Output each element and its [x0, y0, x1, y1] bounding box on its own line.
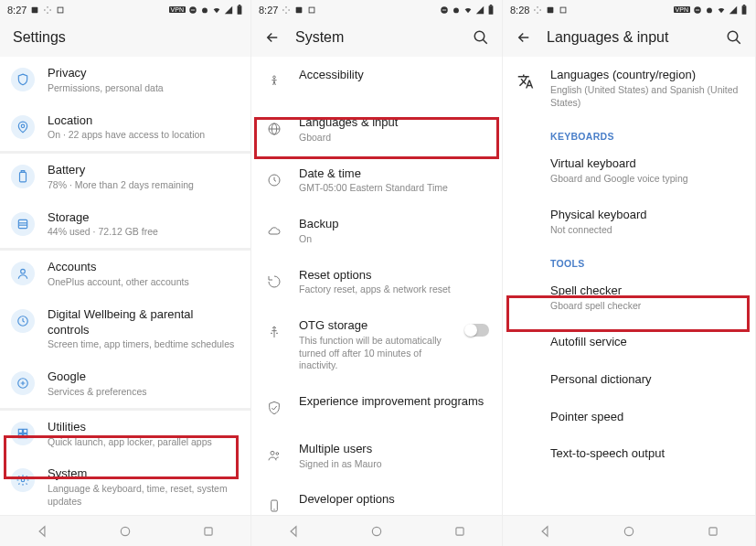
battery-icon [487, 5, 495, 16]
search-icon[interactable] [726, 29, 742, 46]
clock-icon [262, 168, 286, 192]
sync-icon [533, 5, 542, 15]
alarm-icon [200, 5, 209, 15]
languages-list[interactable]: Languages (country/region)English (Unite… [503, 57, 755, 515]
row-physical-kb[interactable]: Physical keyboardNot connected [503, 197, 755, 248]
sub: Permissions, personal data [48, 82, 238, 95]
label: Text-to-speech output [550, 446, 742, 462]
sub: 44% used · 72.12 GB free [48, 226, 238, 239]
status-time: 8:27 [259, 5, 278, 16]
row-virtual-kb[interactable]: Virtual keyboardGboard and Google voice … [503, 145, 755, 197]
globe-icon [262, 117, 286, 141]
row-battery[interactable]: Battery78% · More than 2 days remaining [0, 154, 250, 201]
home-nav-icon[interactable] [370, 525, 383, 538]
recent-nav-icon[interactable] [707, 525, 719, 538]
home-nav-icon[interactable] [119, 525, 132, 538]
row-privacy[interactable]: PrivacyPermissions, personal data [0, 57, 250, 104]
row-languages[interactable]: Languages & inputGboard [251, 104, 502, 155]
row-tts[interactable]: Text-to-speech output [503, 435, 755, 473]
row-system[interactable]: SystemLanguage & keyboard, time, reset, … [0, 457, 250, 515]
row-dictionary[interactable]: Personal dictionary [503, 361, 755, 399]
row-location[interactable]: LocationOn · 22 apps have access to loca… [0, 104, 250, 152]
storage-icon [11, 212, 35, 236]
otg-toggle[interactable] [465, 324, 489, 337]
system-panel: 8:27 System Accessibility Languages & in… [251, 0, 503, 546]
label: Accessibility [299, 68, 489, 83]
svg-rect-47 [456, 527, 463, 534]
search-icon[interactable] [473, 29, 489, 46]
label: Battery [48, 163, 238, 178]
svg-point-20 [21, 478, 25, 482]
row-utilities[interactable]: UtilitiesQuick launch, app locker, paral… [0, 411, 250, 458]
location-icon [11, 115, 35, 139]
sub: Language & keyboard, time, reset, system… [48, 483, 238, 508]
row-experience[interactable]: Experience improvement programs [251, 383, 502, 431]
row-pointer[interactable]: Pointer speed [503, 399, 755, 436]
row-wellbeing[interactable]: Digital Wellbeing & parental controlsScr… [0, 298, 250, 360]
vpn-icon: VPN [674, 6, 690, 13]
back-icon[interactable] [264, 29, 281, 46]
svg-line-56 [736, 39, 740, 44]
row-developer[interactable]: Developer options [251, 481, 502, 515]
svg-rect-58 [709, 527, 717, 534]
svg-rect-18 [18, 434, 22, 437]
back-icon[interactable] [516, 29, 532, 46]
crop-icon [559, 5, 568, 15]
wellbeing-icon [11, 309, 35, 333]
row-lang-region[interactable]: Languages (country/region)English (Unite… [503, 57, 755, 120]
row-storage[interactable]: Storage44% used · 72.12 GB free [0, 201, 250, 249]
account-icon [11, 262, 35, 285]
svg-point-13 [21, 269, 26, 273]
back-nav-icon[interactable] [287, 525, 300, 538]
languages-panel: 8:28 VPN Languages & input Languages (co… [503, 0, 756, 546]
label: Date & time [299, 166, 489, 182]
label: Languages (country/region) [550, 68, 742, 83]
svg-rect-8 [20, 172, 27, 182]
sub: Gboard spell checker [550, 300, 742, 313]
wifi-icon [717, 5, 726, 15]
sub: Factory reset, apps & network reset [299, 284, 489, 296]
system-list[interactable]: Accessibility Languages & inputGboard Da… [251, 57, 502, 515]
screenshot-icon [294, 5, 303, 15]
row-accounts[interactable]: AccountsOnePlus account, other accounts [0, 251, 250, 298]
row-reset[interactable]: Reset optionsFactory reset, apps & netwo… [251, 257, 502, 308]
back-nav-icon[interactable] [538, 525, 551, 538]
battery-icon [740, 5, 748, 16]
svg-rect-29 [442, 9, 446, 10]
label: Pointer speed [550, 410, 742, 425]
home-nav-icon[interactable] [623, 525, 635, 538]
label: Privacy [48, 66, 238, 81]
dnd-icon [440, 5, 449, 15]
back-nav-icon[interactable] [36, 525, 48, 538]
row-otg[interactable]: OTG storageThis function will be automat… [251, 307, 502, 383]
row-autofill[interactable]: Autofill service [503, 324, 755, 361]
header: System [251, 16, 502, 57]
section-tools: TOOLS [503, 247, 755, 273]
recent-nav-icon[interactable] [453, 525, 466, 538]
row-google[interactable]: GoogleServices & preferences [0, 360, 250, 408]
gear-icon [11, 468, 35, 492]
recent-nav-icon[interactable] [202, 525, 215, 538]
sub: English (United States) and Spanish (Uni… [550, 84, 742, 109]
row-backup[interactable]: BackupOn [251, 206, 502, 257]
row-users[interactable]: Multiple usersSigned in as Mauro [251, 431, 502, 482]
row-datetime[interactable]: Date & timeGMT-05:00 Eastern Standard Ti… [251, 155, 502, 207]
label: Google [48, 369, 238, 385]
settings-list[interactable]: PrivacyPermissions, personal data Locati… [0, 57, 250, 515]
alarm-icon [452, 5, 461, 15]
label: OTG storage [299, 318, 453, 334]
svg-point-40 [271, 451, 274, 455]
status-time: 8:28 [510, 5, 529, 16]
cloud-icon [262, 219, 286, 242]
row-accessibility[interactable]: Accessibility [251, 57, 502, 104]
signal-icon [475, 5, 484, 15]
header: Settings [0, 16, 250, 57]
sub: Not connected [550, 224, 742, 237]
signal-icon [224, 5, 233, 15]
screenshot-icon [30, 5, 39, 15]
sub: 78% · More than 2 days remaining [48, 179, 238, 192]
translate-icon [514, 70, 538, 93]
row-spellcheck[interactable]: Spell checkerGboard spell checker [503, 273, 755, 324]
label: Storage [48, 210, 238, 226]
page-title: Languages & input [547, 29, 711, 46]
